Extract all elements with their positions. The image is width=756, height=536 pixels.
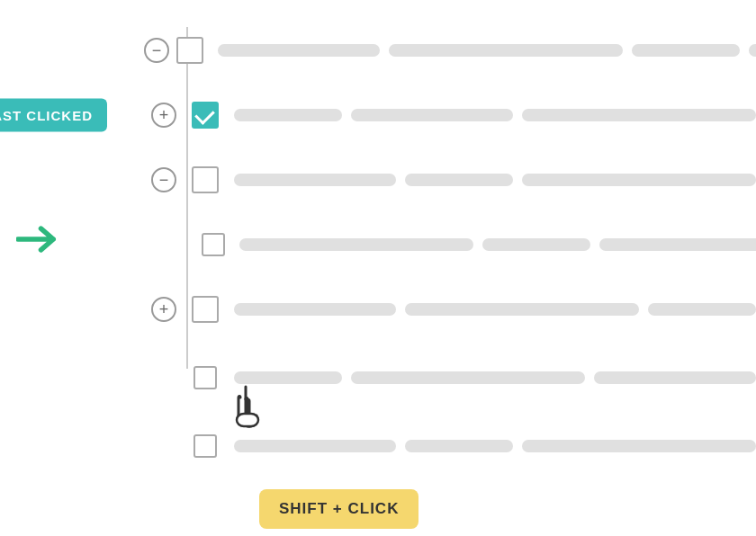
- list-item: −: [144, 147, 756, 212]
- bar: [234, 109, 342, 121]
- rows-container: − LAST CLICKED +: [144, 18, 756, 478]
- bar: [351, 371, 585, 384]
- checkbox-1[interactable]: [192, 102, 219, 129]
- row-control-2[interactable]: −: [144, 167, 184, 192]
- bar: [351, 109, 513, 121]
- list-item: +: [144, 277, 756, 342]
- list-item: [144, 212, 756, 277]
- row-control-1[interactable]: +: [144, 103, 184, 128]
- list-item: LAST CLICKED +: [144, 83, 756, 147]
- row-bars-5: [234, 371, 756, 384]
- main-scene: − LAST CLICKED +: [0, 0, 756, 536]
- checkbox-6[interactable]: [194, 434, 217, 458]
- checkbox-wrap-2: [191, 166, 220, 193]
- checkbox-5[interactable]: [194, 366, 217, 389]
- checkbox-wrap-5: [191, 366, 220, 389]
- list-item: [144, 414, 756, 478]
- collapse-button[interactable]: −: [144, 38, 169, 63]
- checkbox-wrap-1: [191, 102, 220, 129]
- bar: [239, 238, 473, 251]
- arrow-indicator: [16, 223, 66, 259]
- bar: [599, 238, 756, 251]
- bar: [594, 371, 756, 384]
- checkbox-2[interactable]: [192, 166, 219, 193]
- bar: [482, 238, 590, 251]
- row-bars-4: [234, 303, 756, 316]
- bar: [522, 440, 756, 452]
- bar: [405, 174, 513, 186]
- bar: [234, 174, 396, 186]
- bar: [522, 174, 756, 186]
- row-control-4[interactable]: +: [144, 297, 184, 322]
- checkbox-wrap-6: [191, 434, 220, 458]
- last-clicked-label: LAST CLICKED: [0, 99, 107, 132]
- bar: [234, 440, 396, 452]
- bar: [405, 440, 513, 452]
- checkbox-3[interactable]: [202, 233, 225, 256]
- row-bars-2: [234, 174, 756, 186]
- bar: [218, 44, 380, 57]
- expand-button[interactable]: +: [151, 103, 176, 128]
- bar: [234, 371, 342, 384]
- bar: [648, 303, 756, 316]
- bar: [234, 303, 396, 316]
- list-item: −: [144, 18, 756, 83]
- collapse-button[interactable]: −: [151, 167, 176, 192]
- checkbox-wrap-0: [176, 37, 203, 64]
- checkbox-0[interactable]: [176, 37, 203, 64]
- bar: [405, 303, 639, 316]
- checkbox-4[interactable]: [192, 296, 219, 323]
- bar: [522, 109, 756, 121]
- list-item: [144, 345, 756, 410]
- expand-button[interactable]: +: [151, 297, 176, 322]
- row-control-0[interactable]: −: [144, 38, 169, 63]
- row-bars-0: [218, 44, 756, 57]
- bar: [389, 44, 623, 57]
- checkbox-wrap-4: [191, 296, 220, 323]
- bar: [749, 44, 756, 57]
- row-bars-1: [234, 109, 756, 121]
- bar: [632, 44, 740, 57]
- row-bars-3: [239, 238, 756, 251]
- checkbox-wrap-3: [202, 233, 225, 256]
- row-bars-6: [234, 440, 756, 452]
- shift-click-tooltip: SHIFT + CLICK: [259, 489, 418, 529]
